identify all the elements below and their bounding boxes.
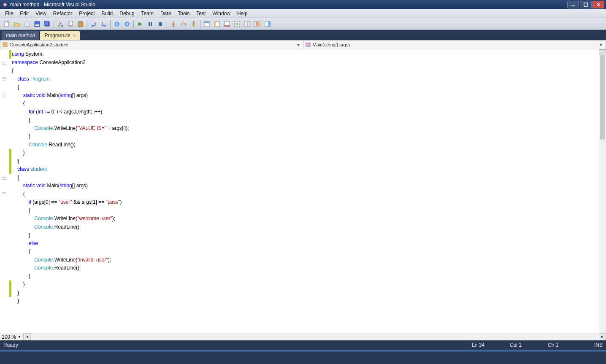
toolbar-play-button[interactable] (135, 19, 145, 29)
close-icon[interactable]: × (73, 33, 76, 38)
undo-icon (90, 21, 97, 27)
toolbar-redo-button[interactable] (99, 19, 108, 29)
code-area[interactable]: using System;namespace ConsoleApplicatio… (9, 49, 599, 333)
toolbar-open-button[interactable] (12, 19, 22, 29)
toolbar-add-button[interactable] (22, 19, 32, 29)
code-line[interactable]: class Program (12, 75, 599, 84)
toolbar-saveall-button[interactable] (43, 19, 52, 29)
close-button[interactable] (592, 1, 604, 8)
toolbar-copy-button[interactable] (66, 19, 75, 29)
code-line[interactable]: else (12, 240, 599, 248)
code-line[interactable]: { (12, 207, 599, 215)
menu-data[interactable]: Data (157, 10, 174, 17)
code-line[interactable]: } (12, 231, 599, 240)
toolbar-win4-button[interactable] (233, 19, 242, 29)
member-dropdown[interactable]: Main(string[] args) ▾ (303, 40, 606, 49)
code-line[interactable]: using System; (12, 50, 599, 59)
code-editor[interactable]: −−−−− using System;namespace ConsoleAppl… (0, 49, 606, 333)
code-line[interactable]: Console.WriteLine("welcome user"); (12, 215, 599, 223)
code-line[interactable]: } (12, 280, 599, 289)
toolbar-win5-button[interactable] (243, 19, 252, 29)
menu-refactor[interactable]: Refactor (50, 10, 76, 17)
code-line[interactable]: if (args[0] == "user" && args[1] == "pas… (12, 198, 599, 207)
code-line[interactable]: static void Main(string[] args) (12, 182, 599, 190)
menu-file[interactable]: File (2, 10, 16, 17)
toolbar-cut-button[interactable] (56, 19, 65, 29)
code-line[interactable]: static void Main(string[] args) (12, 92, 599, 100)
tab-main-method[interactable]: main method (2, 31, 39, 40)
code-line[interactable]: } (12, 289, 599, 297)
toolbar-step-over-button[interactable] (179, 19, 188, 29)
toolbar-win1-button[interactable] (202, 19, 211, 29)
toolbar-separator (167, 20, 167, 28)
code-line[interactable]: Console.WriteLine("invalid user"); (12, 256, 599, 264)
outline-collapse-button[interactable]: − (3, 176, 6, 180)
scrollbar-thumb[interactable] (600, 55, 605, 140)
code-line[interactable]: class student (12, 165, 599, 174)
code-line[interactable]: { (12, 100, 599, 108)
outline-collapse-button[interactable]: − (3, 61, 6, 65)
code-line[interactable]: { (12, 248, 599, 256)
menu-help[interactable]: Help (234, 10, 251, 17)
chevron-down-icon: ▼ (18, 335, 21, 339)
outline-gutter: −−−−− (0, 49, 9, 333)
svg-point-19 (173, 25, 174, 27)
windows-taskbar[interactable] (0, 350, 606, 352)
menu-edit[interactable]: Edit (16, 10, 32, 17)
code-line[interactable]: Console.ReadLine(); (12, 264, 599, 272)
vertical-scrollbar[interactable] (599, 49, 606, 333)
scroll-left-button[interactable]: ◄ (24, 333, 31, 340)
maximize-button[interactable] (580, 1, 592, 8)
step-out-icon (190, 21, 197, 27)
status-line: Ln 34 (472, 342, 510, 348)
code-line[interactable]: { (12, 83, 599, 92)
toolbar-win7-button[interactable] (263, 19, 272, 29)
toolbar-save-button[interactable] (32, 19, 42, 29)
toolbar-win2-button[interactable] (212, 19, 222, 29)
outline-collapse-button[interactable]: − (3, 94, 6, 97)
menu-view[interactable]: View (32, 10, 50, 17)
toolbar-pause-button[interactable] (146, 19, 155, 29)
scroll-right-button[interactable]: ► (599, 333, 606, 340)
code-line[interactable]: for (int i = 0; i < args.Length; i++) (12, 108, 599, 116)
toolbar-win6-button[interactable] (253, 19, 262, 29)
toolbar-stop-button[interactable] (156, 19, 165, 29)
toolbar-new-button[interactable] (2, 19, 11, 29)
code-line[interactable]: } (12, 157, 599, 166)
code-line[interactable]: Console.WriteLine("VALUE IS=" + args[i])… (12, 124, 599, 133)
menu-tools[interactable]: Tools (174, 10, 193, 17)
minimize-button[interactable] (567, 1, 579, 8)
menu-team[interactable]: Team (138, 10, 157, 17)
svg-point-15 (124, 22, 130, 27)
outline-collapse-button[interactable]: − (3, 192, 6, 196)
menu-window[interactable]: Window (209, 10, 234, 17)
horizontal-scrollbar[interactable] (31, 333, 599, 340)
toolbar-nav-fwd-button[interactable] (122, 19, 132, 29)
code-line[interactable]: namespace ConsoleApplication2 (12, 59, 599, 67)
menu-test[interactable]: Test (193, 10, 209, 17)
outline-collapse-button[interactable]: − (3, 77, 6, 81)
menu-build[interactable]: Build (98, 10, 116, 17)
tab-program-cs[interactable]: Program.cs× (40, 31, 80, 40)
code-line[interactable]: } (12, 272, 599, 281)
code-line[interactable]: { (12, 116, 599, 124)
code-line[interactable]: Console.ReadLine(); (12, 141, 599, 149)
toolbar-nav-back-button[interactable] (112, 19, 122, 29)
type-dropdown[interactable]: ConsoleApplication2.student ▾ (0, 40, 303, 49)
toolbar-step-out-button[interactable] (189, 19, 198, 29)
menu-debug[interactable]: Debug (116, 10, 138, 17)
code-line[interactable]: { (12, 67, 599, 75)
code-line[interactable]: { (12, 174, 599, 182)
toolbar-win3-button[interactable] (222, 19, 232, 29)
toolbar-step-into-button[interactable] (169, 19, 178, 29)
toolbar-undo-button[interactable] (89, 19, 98, 29)
code-line[interactable]: } (12, 297, 599, 305)
code-line[interactable]: { (12, 190, 599, 199)
code-line[interactable]: } (12, 149, 599, 157)
code-line[interactable]: Console.ReadLine(); (12, 223, 599, 232)
code-line[interactable]: } (12, 132, 599, 141)
zoom-dropdown[interactable]: 100 % ▼ (0, 333, 24, 340)
split-handle[interactable] (599, 49, 606, 54)
menu-project[interactable]: Project (76, 10, 98, 17)
toolbar-paste-button[interactable] (76, 19, 85, 29)
